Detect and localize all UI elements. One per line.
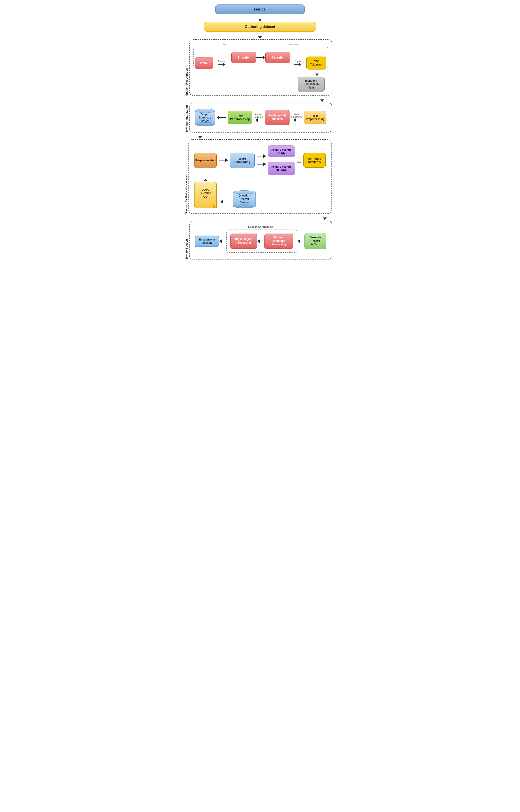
user-call-label: User call: [253, 7, 268, 11]
fork-lower-head: [263, 162, 266, 166]
text-summarization-container: Output Summary (FAQ) Text Portprocessing: [189, 103, 332, 133]
doc-fold: [213, 205, 216, 208]
arrow-left-head3: [293, 118, 296, 122]
arrow-to-text-sum: [184, 96, 336, 103]
generate-answer-box: Generate Answer in Text: [305, 233, 327, 249]
sentence-similarity-box: Sentence Similarity: [303, 153, 326, 168]
transformer-inner: Encoder Decoder: [193, 47, 328, 68]
arrow-left-line2: [258, 120, 262, 120]
ds-to-qq-head: [220, 200, 223, 204]
text-postprocessing-box: Text Portprocessing: [228, 111, 252, 124]
preprocessing-box: Preprocessing: [194, 153, 217, 168]
seq2seq-label: Seq2seq with attention: [269, 114, 286, 121]
arrow-2: [258, 32, 262, 39]
output-summary-label: Output Summary (FAQ): [199, 113, 211, 122]
main-diagram: User call Gathering dataset Speech Recog…: [182, 4, 338, 260]
nlp-dsp-head: [257, 239, 260, 243]
text-preprocessing-box: Text Preprocessing: [304, 111, 327, 124]
sim-bottom-row: Query Question (QQ) Question Answer Data…: [192, 175, 328, 210]
fork-upper: [257, 155, 266, 158]
word-embedding-label: Word Embedding: [291, 113, 303, 118]
response-speech-label: Response in Speech: [199, 238, 215, 244]
text-preprocessing-label: Text Preprocessing: [306, 114, 324, 121]
preprocessing-label: Preprocessing: [196, 159, 215, 162]
feature-qq-label: Feature Vectors of QQ: [271, 148, 292, 155]
arrow-post-to-output: [217, 116, 226, 119]
qq-to-pre-arrow: [194, 179, 217, 181]
ctc-to-identified-arrow: [193, 70, 328, 77]
arrow-sim-to-tts: [184, 214, 336, 221]
fork-upper-line: [257, 156, 263, 157]
sentence-similarity-box-label: Sentence Similarity: [307, 157, 322, 164]
join-upper: [297, 158, 301, 158]
pre-to-we-arrow: [219, 159, 228, 162]
feature-vectors-col: Feature Vectors of QQ Feature Vectors of…: [268, 145, 295, 175]
word-embedding-box-label: Word Embedding: [233, 157, 252, 164]
dsp-resp-line: [222, 241, 226, 241]
pre-to-we-head: [225, 159, 228, 162]
output-summary-col: Output Summary (FAQ): [195, 109, 215, 126]
cylinder-bottom: [195, 122, 215, 126]
join-col: [297, 158, 301, 163]
pre-to-we-line: [219, 160, 225, 161]
transformer-labels: Text Transformer: [193, 43, 328, 46]
speech-synthesizer-area: Speech Synthesizer: [193, 225, 328, 228]
enc-dec-arrow: [256, 56, 265, 59]
encoder-label: Encoder: [237, 56, 250, 59]
feature-faqs-label: Feature Vectors of FAQs: [271, 165, 292, 171]
sim-top-row: Preprocessing Word Embedding: [192, 143, 328, 175]
query-question-box: Query Question (QQ): [194, 182, 217, 208]
text-postprocessing-label: Text Portprocessing: [230, 114, 250, 121]
qa-cyl-top: [233, 190, 256, 194]
cylinder-top: [195, 109, 215, 113]
user-call-box: User call: [215, 4, 305, 14]
text-summarization-label: Text Summarization: [184, 103, 189, 133]
ds-to-qq-line: [223, 201, 230, 202]
feature-qq-box: Feature Vectors of QQ: [268, 145, 295, 157]
decoder-label: Decoder: [271, 56, 284, 59]
gen-nlp-head: [297, 239, 300, 243]
speech-synthesizer-label: Speech Synthesizer: [248, 225, 273, 228]
speech-recognition-section: Speech Recognition Text Transformer Enco…: [184, 39, 336, 96]
text-to-speech-section: Text to Speech Speech Synthesizer Respon…: [184, 221, 336, 260]
dsp-box: Digital Signal Processing: [230, 234, 257, 249]
transformer-label: Transformer: [286, 43, 298, 46]
qa-dataset-col: Question Answer Dataset: [233, 190, 256, 208]
nlp-dsp-line: [260, 241, 264, 241]
identified-sentence-box: Identified Sentence in Text: [298, 77, 324, 92]
word-embedding-arrow: Word Embedding: [291, 113, 303, 122]
encoder-box: Encoder: [231, 52, 256, 63]
qa-dataset-label: Question Answer Dataset: [238, 194, 250, 205]
speech-recognition-label: Speech Recognition: [184, 39, 189, 96]
fork-lower-line: [257, 164, 263, 164]
qa-cyl-bottom: [233, 205, 256, 208]
response-speech-box: Response in Speech: [195, 236, 219, 247]
fork-col: [257, 155, 266, 166]
tts-row: Response in Speech Digital Signal Proces…: [193, 229, 328, 255]
transformer-area: Text Transformer Encoder Decoder: [193, 43, 328, 68]
arrow-left-line: [219, 117, 226, 118]
identified-sentence-col: Identified Sentence in Text: [193, 77, 328, 92]
arrow-1: [258, 14, 262, 22]
speech-synthesizer-inner: Digital Signal Processing Natural Langua…: [226, 229, 297, 253]
dsp-label: Digital Signal Processing: [235, 238, 252, 245]
qa-dataset-body: Question Answer Dataset: [233, 192, 256, 206]
dsp-to-response-arrow: [219, 239, 226, 243]
nlp-label: Natural Language Processing: [271, 236, 286, 246]
gen-to-nlp-arrow: [297, 239, 305, 243]
word-embedding-box: Word Embedding: [230, 153, 255, 168]
arrow-left-head2: [255, 118, 258, 122]
text-to-speech-container: Speech Synthesizer Response in Speech Di…: [189, 221, 332, 260]
dsp-resp-head: [219, 239, 222, 243]
text-summarization-section: Text Summarization Output Summary (FAQ): [184, 103, 336, 133]
fork-upper-head: [263, 155, 266, 158]
query-question-label: Query Question (QQ): [200, 188, 211, 198]
predict-summary-arrow: Predict Summary: [254, 113, 263, 122]
join-lower-line: [297, 162, 301, 163]
text-label: Text: [223, 43, 227, 46]
decoder-box: Decoder: [265, 52, 290, 63]
arrow-left-head: [217, 116, 219, 119]
identified-sentence-label: Identified Sentence in Text: [304, 79, 318, 90]
nlp-box: Natural Language Processing: [264, 234, 293, 249]
nlp-to-dsp-arrow: [257, 239, 264, 243]
